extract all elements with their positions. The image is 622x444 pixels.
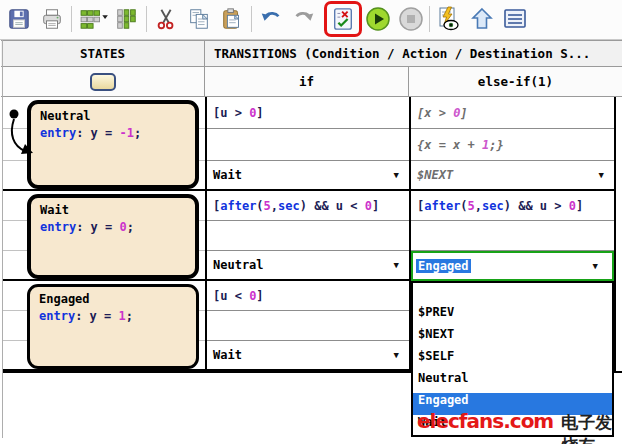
elseif-destination-cell[interactable]: $NEXT ▼ [411,161,614,191]
if-header-label: if [299,74,314,89]
elseif-condition-cell[interactable]: [after(5,sec) && u > 0] [411,191,614,221]
append-row-icon[interactable] [77,5,111,33]
elseif-condition-cell[interactable]: [x > 0] [411,97,614,129]
elseif-header-label: else-if(1) [478,74,553,89]
dropdown-item[interactable]: Wait [413,415,612,437]
elseif-action-cell[interactable] [411,221,614,251]
if-action-cell[interactable] [207,221,409,251]
toolbar-separator [71,6,72,32]
chevron-down-icon[interactable]: ▼ [394,260,399,270]
if-column-header[interactable]: if [205,67,409,97]
append-column-icon[interactable] [112,5,140,33]
if-destination-cell[interactable]: Wait ▼ [207,341,409,371]
destination-value: $NEXT [417,168,453,182]
chevron-down-icon[interactable]: ▼ [593,261,598,271]
state-name: Neutral [40,109,195,123]
save-icon[interactable] [5,5,33,33]
state-name: Engaged [39,292,196,306]
state-symbol-icon [90,73,116,91]
build-target-icon[interactable] [435,5,463,33]
states-subheader [1,67,205,97]
dropdown-item[interactable]: $SELF [413,349,612,371]
condition-code: [u < 0] [213,289,264,303]
state-entry-action: entry: y = 0; [40,220,195,234]
paste-icon[interactable] [218,5,246,33]
table-left-border [2,40,3,438]
dropdown-item[interactable] [413,283,612,305]
if-action-cell[interactable] [207,129,409,161]
default-transition-arrow [3,104,35,158]
state-entry-action: entry: y = -1; [40,126,195,140]
column-divider [614,97,616,373]
destination-combobox[interactable]: Engaged ▼ [411,251,614,281]
open-editor-icon[interactable] [501,5,529,33]
chevron-down-icon[interactable]: ▼ [394,170,399,180]
toolbar [0,0,622,40]
run-icon[interactable] [364,5,392,33]
if-condition-cell[interactable]: [u > 0] [207,97,409,129]
state-name: Wait [40,203,195,217]
up-to-parent-icon[interactable] [468,5,496,33]
if-condition-cell[interactable]: [after(5,sec) && u < 0] [207,191,409,221]
state-box-engaged[interactable]: Engaged entry: y = 1; [27,284,199,369]
toolbar-separator [146,6,147,32]
check-table-highlight [324,1,362,37]
state-box-neutral[interactable]: Neutral entry: y = -1; [27,100,199,189]
copy-icon[interactable] [185,5,213,33]
condition-code: [u > 0] [213,106,264,120]
destination-value: Wait [213,348,242,362]
condition-code: [after(5,sec) && u > 0] [417,199,583,213]
chevron-down-icon[interactable]: ▼ [394,350,399,360]
states-header-label: STATES [80,46,125,61]
if-destination-cell[interactable]: Neutral ▼ [207,251,409,281]
state-box-wait[interactable]: Wait entry: y = 0; [27,194,199,279]
combobox-selected-text: Engaged [416,259,471,273]
transitions-header-label: TRANSITIONS (Condition / Action / Destin… [214,46,590,61]
action-code: {x = x + 1;} [417,138,504,152]
dropdown-item[interactable]: Engaged [413,393,612,415]
states-column-header: STATES [1,40,205,67]
cut-icon[interactable] [152,5,180,33]
elseif-column-header[interactable]: else-if(1) [409,67,622,97]
undo-icon[interactable] [257,5,285,33]
dropdown-item[interactable]: $NEXT [413,327,612,349]
condition-code: [x > 0] [417,106,468,120]
column-divider [205,97,207,373]
redo-icon[interactable] [290,5,318,33]
toolbar-separator [429,6,430,32]
stop-icon[interactable] [397,5,425,33]
elseif-action-cell[interactable]: {x = x + 1;} [411,129,614,161]
chevron-down-icon[interactable]: ▼ [599,170,604,180]
if-destination-cell[interactable]: Wait ▼ [207,161,409,191]
state-entry-action: entry: y = 1; [39,309,196,323]
if-condition-cell[interactable]: [u < 0] [207,281,409,311]
state-transition-table-window: STATES TRANSITIONS (Condition / Action /… [0,0,622,444]
print-icon[interactable] [38,5,66,33]
destination-value: Wait [213,168,242,182]
transitions-column-header: TRANSITIONS (Condition / Action / Destin… [205,40,622,67]
dropdown-item[interactable]: $PREV [413,305,612,327]
destination-value: Neutral [213,258,264,272]
if-action-cell[interactable] [207,311,409,341]
dropdown-item[interactable]: Neutral [413,371,612,393]
condition-code: [after(5,sec) && u < 0] [213,199,379,213]
check-table-icon[interactable] [329,5,357,33]
toolbar-separator [251,6,252,32]
destination-dropdown-list[interactable]: $PREV$NEXT$SELFNeutralEngagedWait [411,281,614,437]
